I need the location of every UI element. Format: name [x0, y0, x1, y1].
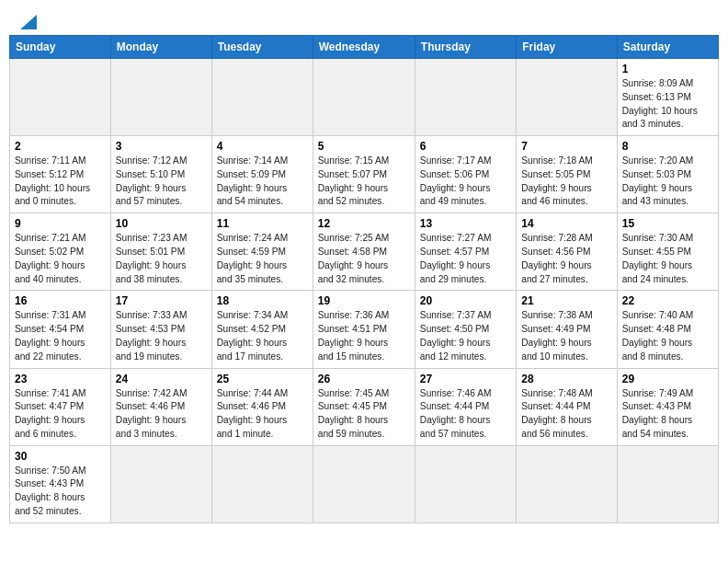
day-info: Sunrise: 7:37 AM Sunset: 4:50 PM Dayligh…	[420, 309, 511, 363]
week-row-0: 1Sunrise: 8:09 AM Sunset: 6:13 PM Daylig…	[10, 59, 719, 136]
week-row-1: 2Sunrise: 7:11 AM Sunset: 5:12 PM Daylig…	[10, 136, 719, 213]
day-info: Sunrise: 8:09 AM Sunset: 6:13 PM Dayligh…	[622, 77, 713, 132]
calendar-cell	[211, 59, 313, 136]
calendar-cell: 9Sunrise: 7:21 AM Sunset: 5:02 PM Daylig…	[10, 213, 111, 291]
day-info: Sunrise: 7:31 AM Sunset: 4:54 PM Dayligh…	[15, 309, 106, 363]
day-info: Sunrise: 7:23 AM Sunset: 5:01 PM Dayligh…	[116, 232, 207, 286]
calendar-cell: 30Sunrise: 7:50 AM Sunset: 4:43 PM Dayli…	[10, 445, 111, 523]
calendar-cell: 29Sunrise: 7:49 AM Sunset: 4:43 PM Dayli…	[617, 368, 718, 445]
day-number: 9	[15, 217, 106, 230]
day-number: 15	[622, 217, 713, 230]
day-info: Sunrise: 7:40 AM Sunset: 4:48 PM Dayligh…	[622, 309, 713, 363]
page-header	[9, 9, 719, 31]
calendar-cell	[110, 59, 211, 136]
day-info: Sunrise: 7:48 AM Sunset: 4:44 PM Dayligh…	[521, 387, 611, 442]
day-info: Sunrise: 7:25 AM Sunset: 4:58 PM Dayligh…	[318, 232, 410, 286]
day-info: Sunrise: 7:33 AM Sunset: 4:53 PM Dayligh…	[116, 309, 207, 363]
day-info: Sunrise: 7:12 AM Sunset: 5:10 PM Dayligh…	[116, 155, 207, 209]
calendar-cell: 10Sunrise: 7:23 AM Sunset: 5:01 PM Dayli…	[110, 213, 211, 291]
calendar-cell: 25Sunrise: 7:44 AM Sunset: 4:46 PM Dayli…	[211, 368, 313, 445]
calendar-cell: 23Sunrise: 7:41 AM Sunset: 4:47 PM Dayli…	[10, 368, 111, 445]
day-number: 3	[116, 140, 207, 153]
day-number: 12	[318, 217, 410, 230]
calendar-cell	[211, 445, 313, 523]
day-info: Sunrise: 7:49 AM Sunset: 4:43 PM Dayligh…	[622, 387, 713, 442]
calendar-cell: 20Sunrise: 7:37 AM Sunset: 4:50 PM Dayli…	[415, 291, 516, 368]
day-info: Sunrise: 7:45 AM Sunset: 4:45 PM Dayligh…	[318, 387, 410, 442]
calendar-cell: 22Sunrise: 7:40 AM Sunset: 4:48 PM Dayli…	[617, 291, 718, 368]
day-number: 11	[217, 217, 308, 230]
calendar-cell: 27Sunrise: 7:46 AM Sunset: 4:44 PM Dayli…	[415, 368, 516, 445]
day-info: Sunrise: 7:24 AM Sunset: 4:59 PM Dayligh…	[217, 232, 308, 286]
day-number: 4	[217, 140, 308, 153]
day-info: Sunrise: 7:41 AM Sunset: 4:47 PM Dayligh…	[15, 387, 106, 442]
calendar-cell: 24Sunrise: 7:42 AM Sunset: 4:46 PM Dayli…	[110, 368, 211, 445]
calendar-cell: 1Sunrise: 8:09 AM Sunset: 6:13 PM Daylig…	[617, 59, 718, 136]
logo-icon	[18, 11, 39, 31]
week-row-2: 9Sunrise: 7:21 AM Sunset: 5:02 PM Daylig…	[10, 213, 719, 291]
day-number: 14	[521, 217, 611, 230]
day-number: 21	[521, 294, 611, 307]
day-number: 5	[318, 140, 410, 153]
day-header-wednesday: Wednesday	[313, 36, 415, 59]
day-header-tuesday: Tuesday	[211, 36, 313, 59]
day-number: 19	[318, 294, 410, 307]
calendar-cell: 8Sunrise: 7:20 AM Sunset: 5:03 PM Daylig…	[617, 136, 718, 213]
calendar-cell	[313, 445, 415, 523]
calendar-cell	[313, 59, 415, 136]
day-number: 20	[420, 294, 511, 307]
calendar-cell: 11Sunrise: 7:24 AM Sunset: 4:59 PM Dayli…	[211, 213, 313, 291]
calendar-cell	[517, 59, 617, 136]
calendar-cell: 28Sunrise: 7:48 AM Sunset: 4:44 PM Dayli…	[517, 368, 617, 445]
day-number: 26	[318, 373, 410, 385]
day-number: 24	[116, 373, 207, 385]
day-number: 13	[420, 217, 511, 230]
week-row-3: 16Sunrise: 7:31 AM Sunset: 4:54 PM Dayli…	[10, 291, 719, 368]
day-number: 1	[622, 63, 713, 75]
day-number: 27	[420, 373, 511, 385]
day-info: Sunrise: 7:18 AM Sunset: 5:05 PM Dayligh…	[521, 155, 611, 209]
day-info: Sunrise: 7:46 AM Sunset: 4:44 PM Dayligh…	[420, 387, 511, 442]
svg-marker-0	[20, 15, 37, 29]
day-header-saturday: Saturday	[617, 36, 718, 59]
day-info: Sunrise: 7:28 AM Sunset: 4:56 PM Dayligh…	[521, 232, 611, 286]
calendar-cell: 16Sunrise: 7:31 AM Sunset: 4:54 PM Dayli…	[10, 291, 111, 368]
calendar-cell: 14Sunrise: 7:28 AM Sunset: 4:56 PM Dayli…	[517, 213, 617, 291]
day-info: Sunrise: 7:36 AM Sunset: 4:51 PM Dayligh…	[318, 309, 410, 363]
day-number: 29	[622, 373, 713, 385]
day-header-friday: Friday	[517, 36, 617, 59]
day-info: Sunrise: 7:38 AM Sunset: 4:49 PM Dayligh…	[521, 309, 611, 363]
day-number: 17	[116, 294, 207, 307]
calendar-cell: 13Sunrise: 7:27 AM Sunset: 4:57 PM Dayli…	[415, 213, 516, 291]
day-info: Sunrise: 7:34 AM Sunset: 4:52 PM Dayligh…	[217, 309, 308, 363]
day-number: 6	[420, 140, 511, 153]
day-header-sunday: Sunday	[10, 36, 111, 59]
day-info: Sunrise: 7:20 AM Sunset: 5:03 PM Dayligh…	[622, 155, 713, 209]
day-number: 8	[622, 140, 713, 153]
day-info: Sunrise: 7:27 AM Sunset: 4:57 PM Dayligh…	[420, 232, 511, 286]
day-number: 30	[15, 450, 106, 463]
day-number: 18	[217, 294, 308, 307]
calendar: SundayMondayTuesdayWednesdayThursdayFrid…	[9, 35, 719, 523]
day-header-monday: Monday	[110, 36, 211, 59]
calendar-cell	[110, 445, 211, 523]
day-info: Sunrise: 7:21 AM Sunset: 5:02 PM Dayligh…	[15, 232, 106, 286]
calendar-cell: 3Sunrise: 7:12 AM Sunset: 5:10 PM Daylig…	[110, 136, 211, 213]
day-number: 16	[15, 294, 106, 307]
calendar-cell	[10, 59, 111, 136]
day-header-thursday: Thursday	[415, 36, 516, 59]
day-number: 10	[116, 217, 207, 230]
day-number: 28	[521, 373, 611, 385]
calendar-cell: 12Sunrise: 7:25 AM Sunset: 4:58 PM Dayli…	[313, 213, 415, 291]
calendar-cell: 17Sunrise: 7:33 AM Sunset: 4:53 PM Dayli…	[110, 291, 211, 368]
calendar-cell: 19Sunrise: 7:36 AM Sunset: 4:51 PM Dayli…	[313, 291, 415, 368]
calendar-cell	[415, 445, 516, 523]
calendar-cell: 15Sunrise: 7:30 AM Sunset: 4:55 PM Dayli…	[617, 213, 718, 291]
day-info: Sunrise: 7:42 AM Sunset: 4:46 PM Dayligh…	[116, 387, 207, 442]
calendar-header-row: SundayMondayTuesdayWednesdayThursdayFrid…	[10, 36, 719, 59]
calendar-cell: 6Sunrise: 7:17 AM Sunset: 5:06 PM Daylig…	[415, 136, 516, 213]
week-row-4: 23Sunrise: 7:41 AM Sunset: 4:47 PM Dayli…	[10, 368, 719, 445]
day-info: Sunrise: 7:11 AM Sunset: 5:12 PM Dayligh…	[15, 155, 106, 209]
week-row-5: 30Sunrise: 7:50 AM Sunset: 4:43 PM Dayli…	[10, 445, 719, 523]
calendar-cell: 5Sunrise: 7:15 AM Sunset: 5:07 PM Daylig…	[313, 136, 415, 213]
